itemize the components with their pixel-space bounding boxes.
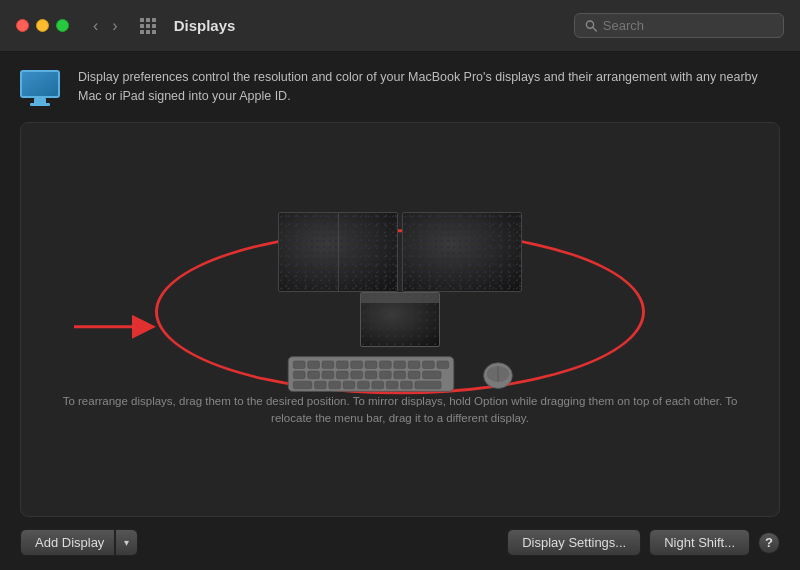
svg-rect-24 — [293, 381, 312, 389]
svg-rect-16 — [322, 371, 334, 379]
fullscreen-button[interactable] — [56, 19, 69, 32]
peripherals — [281, 355, 519, 393]
svg-rect-3 — [293, 361, 305, 369]
svg-rect-12 — [423, 361, 435, 369]
svg-rect-18 — [351, 371, 363, 379]
svg-rect-30 — [386, 381, 398, 389]
svg-rect-25 — [314, 381, 326, 389]
svg-rect-13 — [437, 361, 449, 369]
search-input[interactable] — [603, 18, 773, 33]
titlebar: ‹ › Displays — [0, 0, 800, 52]
svg-rect-6 — [336, 361, 348, 369]
svg-rect-7 — [351, 361, 363, 369]
close-button[interactable] — [16, 19, 29, 32]
night-shift-button[interactable]: Night Shift... — [649, 529, 750, 556]
monitor-left — [278, 212, 398, 292]
mouse-icon — [477, 358, 519, 390]
display-settings-button[interactable]: Display Settings... — [507, 529, 641, 556]
svg-rect-20 — [379, 371, 391, 379]
back-button[interactable]: ‹ — [89, 15, 102, 37]
chevron-down-icon: ▾ — [124, 537, 129, 548]
svg-rect-10 — [394, 361, 406, 369]
svg-rect-29 — [372, 381, 384, 389]
svg-rect-14 — [293, 371, 305, 379]
traffic-lights — [16, 19, 69, 32]
main-content: Display preferences control the resoluti… — [0, 52, 800, 570]
svg-line-1 — [593, 28, 596, 31]
svg-rect-28 — [357, 381, 369, 389]
right-buttons: Display Settings... Night Shift... ? — [507, 529, 780, 556]
minimize-button[interactable] — [36, 19, 49, 32]
svg-rect-4 — [308, 361, 320, 369]
svg-rect-17 — [336, 371, 348, 379]
arrangement-hint: To rearrange displays, drag them to the … — [31, 393, 769, 428]
svg-rect-22 — [408, 371, 420, 379]
svg-rect-5 — [322, 361, 334, 369]
monitor-right — [402, 212, 522, 292]
svg-rect-32 — [415, 381, 441, 389]
add-display-dropdown[interactable]: ▾ — [115, 529, 138, 556]
monitors-wrapper — [278, 212, 522, 347]
display-area: To rearrange displays, drag them to the … — [20, 122, 780, 517]
buttons-row: Add Display ▾ Display Settings... Night … — [20, 529, 780, 556]
nav-buttons: ‹ › — [89, 15, 122, 37]
monitor-macbook — [360, 292, 440, 347]
info-description: Display preferences control the resoluti… — [78, 68, 780, 106]
add-display-group: Add Display ▾ — [20, 529, 138, 556]
add-display-button[interactable]: Add Display — [20, 529, 115, 556]
help-button[interactable]: ? — [758, 532, 780, 554]
svg-rect-23 — [423, 371, 442, 379]
grid-icon[interactable] — [140, 18, 156, 34]
svg-point-0 — [586, 21, 593, 28]
svg-rect-8 — [365, 361, 377, 369]
info-bar: Display preferences control the resoluti… — [20, 68, 780, 110]
page-title: Displays — [174, 17, 562, 34]
svg-rect-9 — [379, 361, 391, 369]
display-icon — [20, 70, 64, 106]
svg-rect-27 — [343, 381, 355, 389]
svg-rect-21 — [394, 371, 406, 379]
search-icon — [585, 19, 597, 32]
svg-rect-19 — [365, 371, 377, 379]
keyboard-icon — [281, 355, 461, 393]
search-box[interactable] — [574, 13, 784, 38]
monitors-row — [278, 212, 522, 292]
arrow-annotation — [69, 306, 159, 350]
svg-rect-26 — [329, 381, 341, 389]
forward-button[interactable]: › — [108, 15, 121, 37]
svg-rect-15 — [308, 371, 320, 379]
svg-rect-11 — [408, 361, 420, 369]
svg-rect-31 — [401, 381, 413, 389]
